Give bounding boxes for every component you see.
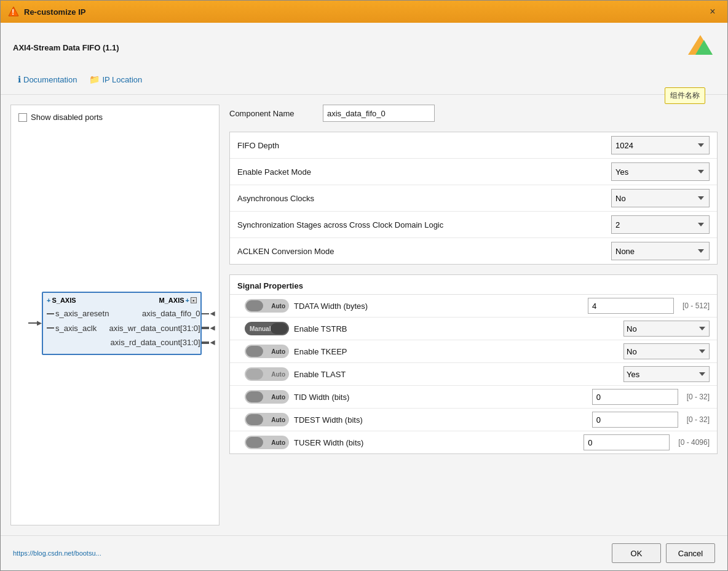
tid-toggle[interactable]: Auto: [245, 390, 289, 404]
aclken-mode-select[interactable]: NoneSlaveMasterBoth: [611, 242, 710, 260]
cancel-button[interactable]: Cancel: [666, 543, 715, 563]
folder-icon: 📁: [89, 74, 100, 84]
s-axis-header: + S_AXIS: [47, 297, 76, 304]
tdata-input[interactable]: [588, 298, 674, 314]
signal-tdest: Auto TDEST Width (bits) [0 - 32]: [230, 409, 717, 431]
ok-button[interactable]: OK: [612, 543, 661, 563]
port-wire-2: [47, 327, 54, 329]
port-box: ▪: [191, 297, 197, 303]
title-bar: ! Re-customize IP ×: [1, 1, 727, 23]
nav-documentation-label: Documentation: [23, 75, 77, 84]
signal-properties-section: Signal Properties Auto TDATA Width (byte…: [229, 274, 718, 454]
close-button[interactable]: ×: [705, 4, 720, 19]
app-title-row: AXI4-Stream Data FIFO (1.1): [13, 33, 715, 62]
component-name-label: Component Name: [229, 109, 315, 118]
tid-input[interactable]: [592, 389, 678, 405]
tid-label: TID Width (bits): [294, 393, 587, 402]
signal-tlast: Auto Enable TLAST YesNo: [230, 363, 717, 386]
tlast-toggle[interactable]: Auto: [245, 367, 289, 381]
tlast-toggle-knob: [246, 369, 263, 380]
wire-line: [28, 322, 37, 324]
port-aclk: s_axis_aclk: [47, 321, 109, 335]
m-axis-label: M_AXIS: [159, 297, 184, 304]
tstrb-toggle[interactable]: Manual: [245, 322, 289, 335]
port-data-fifo-label: axis_data_fifo_0: [142, 306, 200, 321]
signal-tid: Auto TID Width (bits) [0 - 32]: [230, 386, 717, 409]
tid-range: [0 - 32]: [687, 393, 710, 401]
show-disabled-row: Show disabled ports: [18, 113, 212, 122]
tstrb-toggle-knob: [271, 323, 288, 334]
wire-arrow-r3: [210, 340, 215, 345]
port-wire-5: [202, 341, 209, 344]
main-window: ! Re-customize IP × AXI4-Stream Data FIF…: [0, 0, 728, 571]
tdest-toggle[interactable]: Auto: [245, 413, 289, 426]
port-data-fifo: axis_data_fifo_0: [109, 306, 215, 321]
param-packet-mode-control: YesNo: [611, 162, 710, 181]
fifo-depth-select[interactable]: 1024 163264128 2565122048: [611, 136, 710, 154]
tkeep-toggle-knob: [246, 346, 263, 357]
async-clocks-select[interactable]: NoYes: [611, 189, 710, 207]
signal-tstrb: Manual Enable TSTRB NoYes: [230, 317, 717, 340]
port-rows: s_axis_aresetn s_axis_aclk ax: [47, 306, 197, 349]
port-wire-3: [202, 313, 209, 314]
param-aclken-mode-control: NoneSlaveMasterBoth: [611, 242, 710, 260]
port-wire-4: [202, 327, 209, 329]
port-wire: [47, 313, 54, 314]
sync-stages-select[interactable]: 234: [611, 215, 710, 234]
signal-tdata: Auto TDATA Width (bytes) [0 - 512]: [230, 295, 717, 317]
param-async-clocks-control: NoYes: [611, 189, 710, 207]
tdest-label: TDEST Width (bits): [294, 415, 587, 425]
tlast-select[interactable]: YesNo: [623, 366, 710, 382]
bottom-buttons: OK Cancel: [612, 543, 715, 563]
tkeep-toggle-label: Auto: [271, 348, 285, 355]
tstrb-select[interactable]: NoYes: [623, 321, 710, 337]
show-disabled-checkbox[interactable]: [18, 113, 27, 122]
tdest-input[interactable]: [592, 412, 678, 428]
bottom-bar: https://blog.csdn.net/bootsu... OK Cance…: [1, 535, 727, 570]
status-text: https://blog.csdn.net/bootsu...: [13, 549, 101, 557]
tdest-range: [0 - 32]: [687, 415, 710, 424]
show-disabled-label: Show disabled ports: [31, 113, 103, 122]
component-name-input[interactable]: [323, 105, 435, 122]
tkeep-toggle[interactable]: Auto: [245, 345, 289, 358]
tuser-toggle[interactable]: Auto: [245, 436, 289, 449]
packet-mode-select[interactable]: YesNo: [611, 162, 710, 181]
port-wr-count: axis_wr_data_count[31:0]: [109, 321, 215, 335]
tkeep-select[interactable]: NoYes: [623, 343, 710, 359]
left-ports: s_axis_aresetn s_axis_aclk: [47, 306, 109, 349]
tlast-label: Enable TLAST: [294, 370, 619, 379]
wire-s-axis: [28, 321, 42, 325]
window-title: Re-customize IP: [24, 7, 85, 17]
nav-ip-location[interactable]: 📁 IP Location: [84, 72, 147, 87]
tdata-toggle-label: Auto: [271, 303, 285, 309]
param-async-clocks: Asynchronous Clocks NoYes: [230, 185, 717, 212]
content-area: Show disabled ports: [1, 95, 727, 535]
tdata-range: [0 - 512]: [682, 301, 710, 310]
svg-text:!: !: [12, 7, 14, 17]
s-axis-label: S_AXIS: [52, 297, 76, 304]
nav-documentation[interactable]: ℹ Documentation: [13, 72, 82, 87]
tuser-range: [0 - 4096]: [678, 438, 710, 447]
tlast-toggle-label: Auto: [271, 371, 285, 378]
left-panel: Show disabled ports: [10, 105, 220, 525]
diagram-area: + S_AXIS M_AXIS + ▪: [18, 129, 212, 517]
param-sync-stages: Synchronization Stages across Cross Cloc…: [230, 212, 717, 238]
app-icon: !: [8, 6, 19, 17]
tdata-toggle[interactable]: Auto: [245, 299, 289, 313]
nav-bar: ℹ Documentation 📁 IP Location: [13, 70, 715, 89]
tdest-toggle-knob: [246, 414, 263, 425]
wire-arrow-r2: [210, 325, 215, 330]
param-fifo-depth-control: 1024 163264128 2565122048: [611, 136, 710, 154]
param-packet-mode: Enable Packet Mode YesNo: [230, 159, 717, 185]
params-section: FIFO Depth 1024 163264128 2565122048 Ena…: [229, 132, 718, 265]
m-axis-header: M_AXIS + ▪: [159, 297, 197, 304]
nav-ip-location-label: IP Location: [102, 75, 142, 84]
wire-arrow-r1: [210, 311, 215, 316]
tdata-toggle-knob: [246, 300, 263, 311]
ip-block: + S_AXIS M_AXIS + ▪: [42, 292, 202, 354]
ip-diagram: + S_AXIS M_AXIS + ▪: [28, 292, 202, 354]
param-async-clocks-label: Asynchronous Clocks: [237, 194, 611, 203]
signal-tkeep: Auto Enable TKEEP NoYes: [230, 340, 717, 363]
tuser-input[interactable]: [584, 434, 670, 450]
tid-toggle-label: Auto: [271, 394, 285, 401]
